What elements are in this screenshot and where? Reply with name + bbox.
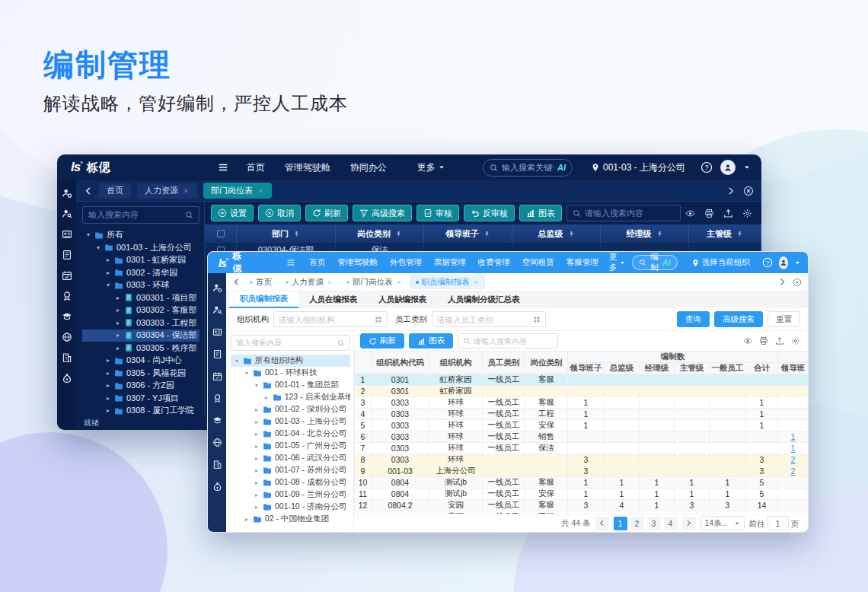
subtab-人员缺编报表[interactable]: 人员缺编报表 [368,291,437,308]
tree-arrow-icon[interactable]: ▸ [254,504,260,511]
table-row[interactable]: 80303环球332 [355,454,809,466]
table-row[interactable]: 110804测试jb一线员工安保111115 [355,489,809,500]
filter-org-input[interactable] [279,315,372,324]
tree-item[interactable]: ▾0303 - 环球 [82,279,199,292]
反审核-button[interactable]: 反审核 [464,205,515,221]
tree-arrow-icon[interactable]: ▸ [254,467,260,474]
tree-item[interactable]: ▸0302 - 清华园 [82,266,199,279]
nav-more-button[interactable]: 更多 [609,252,627,273]
globe-icon[interactable] [212,438,222,447]
tree-arrow-icon[interactable]: ▸ [254,455,260,462]
grad-cap-icon[interactable] [62,311,72,322]
tree-arrow-icon[interactable]: ▸ [115,332,121,339]
tree-item[interactable]: ▸0301 - 虹桥家园 [82,254,199,267]
calendar-icon[interactable] [62,270,72,281]
printer-icon[interactable] [704,208,714,218]
高级搜索-button[interactable]: 高级搜索 [353,205,412,221]
doc-icon[interactable] [62,250,72,260]
filter-emptype-input[interactable] [437,315,530,324]
avatar[interactable] [779,256,788,269]
nav-item[interactable]: 票据管理 [434,257,466,268]
medal-icon[interactable] [62,291,72,301]
next-page-button[interactable] [682,517,696,530]
nav-item[interactable]: 收费管理 [478,257,510,268]
tree-arrow-icon[interactable]: ▸ [254,479,260,486]
高级搜索-button[interactable]: 高级搜索 [714,311,763,327]
tree-item[interactable]: ▸001-09 - 兰州分公司 [231,489,350,501]
table-cell[interactable]: 1 [778,431,808,443]
grid-picker-icon[interactable] [533,316,541,323]
user-menu-caret-icon[interactable] [794,259,801,266]
tree-arrow-icon[interactable]: ▸ [254,443,260,450]
table-row[interactable]: 70303环球一线员工保洁1 [355,443,809,454]
user-menu-caret-icon[interactable] [743,164,751,171]
tree-item[interactable]: ▸001-10 - 济南分公司 [231,501,350,513]
nav-item[interactable]: 外包管理 [390,257,422,268]
help-icon[interactable]: ? [700,161,713,173]
tree-item[interactable]: ▸030302 - 客服部 [82,304,199,317]
tree-item[interactable]: ▸001-03 - 上海分公司 [231,415,350,428]
tab-人力资源[interactable]: 人力资源 [137,183,197,199]
tree-arrow-icon[interactable]: ▸ [115,294,121,301]
tree-item[interactable]: ▸123 - 启禾创业基地 [231,391,350,403]
tree-item[interactable]: ▸001-05 - 广州分公司 [231,440,350,452]
printer-icon[interactable] [759,336,768,345]
设置-button[interactable]: 设置 [211,205,254,221]
tree-item[interactable]: ▸0307 - YJ项目 [82,392,199,405]
nav-item[interactable]: 协同办公 [350,161,387,174]
查询-button[interactable]: 查询 [677,311,710,327]
select-all-checkbox[interactable] [205,224,237,243]
tabs-scroll-right-icon[interactable] [778,278,787,286]
help-icon[interactable]: ? [762,257,773,268]
tree-arrow-icon[interactable]: ▸ [105,256,111,263]
tree-arrow-icon[interactable]: ▸ [254,492,260,498]
tab-close-icon[interactable] [183,187,190,194]
table-row[interactable]: 10301虹桥家园一线员工客服 [355,374,809,386]
subtab-职员编制报表[interactable]: 职员编制报表 [229,291,298,308]
tree-arrow-icon[interactable]: ▸ [115,320,121,326]
tree-item[interactable]: ▸001-08 - 成都分公司 [231,476,350,489]
globe-icon[interactable] [62,332,72,342]
tree-arrow-icon[interactable]: ▸ [254,419,260,425]
close-all-tabs-icon[interactable] [743,186,754,196]
tree-arrow-icon[interactable]: ▸ [105,269,111,276]
tab-职员编制报表[interactable]: 职员编制报表 [410,275,485,289]
id-card-icon[interactable] [62,229,72,240]
取消-button[interactable]: 取消 [258,205,301,221]
tree-arrow-icon[interactable]: ▾ [85,231,91,238]
grid-picker-icon[interactable] [375,316,382,323]
table-cell[interactable]: 2 [778,466,808,477]
tree-item[interactable]: ▸030305 - 秩序部 [82,342,199,355]
user-gear-icon[interactable] [62,188,72,199]
tree-item[interactable]: ▾所有 [82,229,199,242]
prev-page-button[interactable] [595,517,609,530]
tree-item[interactable]: ▸001-07 - 苏州分公司 [231,464,350,476]
subtab-人员在编报表[interactable]: 人员在编报表 [298,291,368,308]
tree-arrow-icon[interactable]: ▸ [105,395,111,402]
hamburger-icon[interactable] [286,258,295,267]
tree-arrow-icon[interactable]: ▸ [115,307,121,314]
building-icon[interactable] [62,352,72,363]
tree-arrow-icon[interactable]: ▸ [105,382,111,389]
nav-item[interactable]: 首页 [247,161,265,174]
重置-button[interactable]: 重置 [767,311,800,327]
tree-item[interactable]: ▸030304 - 保洁部 [82,329,199,342]
tree-item[interactable]: ▸0308 - 厦门工学院 [82,405,199,416]
tree-arrow-icon[interactable]: ▾ [105,282,111,288]
table-cell[interactable]: 2 [778,454,808,466]
money-bag-icon[interactable] [62,373,72,384]
tab-close-icon[interactable] [473,279,479,285]
tabs-scroll-left-icon[interactable] [232,278,241,286]
tree-item[interactable]: ▸001-06 - 武汉分公司 [231,452,350,464]
tree-item[interactable]: ▸030301 - 项目部 [82,291,199,304]
table-row[interactable]: 9001-03上海分公司332 [355,466,809,477]
图表-button[interactable]: 图表 [409,333,453,349]
tab-人力资源[interactable]: 人力资源 [279,275,339,289]
tree-arrow-icon[interactable]: ▾ [244,370,250,377]
tab-close-icon[interactable] [396,279,402,285]
avatar[interactable] [720,160,736,175]
刷新-button[interactable]: 刷新 [305,205,348,221]
tab-部门岗位表[interactable]: 部门岗位表 [340,275,408,289]
tree-arrow-icon[interactable]: ▾ [254,382,260,389]
tree-item[interactable]: ▾001-03 - 上海分公司 [82,241,199,254]
